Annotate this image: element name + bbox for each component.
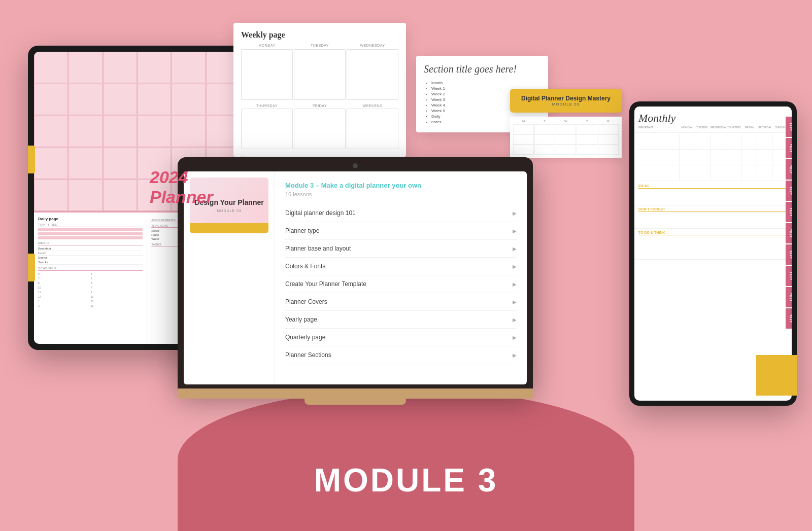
- side-tab: TEXT: [786, 138, 792, 158]
- lesson-arrow: ▶: [513, 299, 517, 305]
- laptop-stand: [304, 399, 406, 405]
- cal-header: M T W T F: [513, 120, 619, 123]
- schedule-row: 6: [91, 281, 143, 285]
- side-tab: TEXT: [786, 223, 792, 243]
- lesson-item-3[interactable]: Planner base and layout ▶: [285, 240, 517, 258]
- weekly-cell: [294, 49, 346, 100]
- module-label: MODULE 3: [314, 462, 498, 499]
- lesson-item-8[interactable]: Quarterly page ▶: [285, 329, 517, 346]
- laptop-camera: [353, 163, 358, 168]
- section-card-title: Section title goes here!: [424, 63, 540, 75]
- cal-row: [513, 124, 619, 134]
- grid-cell: [34, 148, 68, 179]
- schedule-row: 8: [38, 281, 90, 285]
- monthly-title: Monthly: [638, 112, 788, 125]
- mastery-module: MODULE 03: [518, 102, 614, 107]
- pink-bar: [38, 236, 143, 239]
- weekly-col-friday: FRIDAY: [294, 104, 346, 108]
- lesson-label: Planner base and layout: [285, 245, 351, 252]
- lesson-label: Planner type: [285, 227, 319, 234]
- dont-forget-content: [638, 214, 788, 226]
- side-tab: TEXT: [786, 287, 792, 307]
- grid-cell: [103, 52, 137, 83]
- weekly-grid-bottom-header: THURSDAY FRIDAY WEEKEND: [241, 104, 398, 108]
- monthly-cell: [741, 150, 757, 165]
- ideas-label: IDEAS: [638, 184, 788, 189]
- schedule-grid: 64 75 86 107 118 1210 111 211: [38, 272, 143, 308]
- cal-col-w: W: [556, 120, 577, 123]
- monthly-cell: [726, 150, 741, 165]
- grid-cell: [69, 180, 103, 211]
- weekly-col-weekend: WEEKEND: [347, 104, 398, 108]
- monthly-cell: [679, 150, 695, 165]
- lesson-item-6[interactable]: Planner Covers ▶: [285, 293, 517, 311]
- lesson-label: Planner Sections: [285, 351, 331, 359]
- lesson-item-4[interactable]: Colors & Fonts ▶: [285, 258, 517, 275]
- grid-cell: [34, 52, 68, 83]
- side-tab: TEXT: [786, 117, 792, 137]
- weekly-cell: [294, 109, 346, 149]
- monthly-cell: [695, 150, 710, 165]
- mastery-title: Digital Planner Design Mastery: [518, 95, 614, 102]
- monthly-col-wed: WEDNESDAY: [710, 126, 726, 129]
- grid-cell: [138, 52, 172, 83]
- monthly-col-thu: THURSDAY: [727, 126, 741, 129]
- weekly-cell: [347, 49, 398, 100]
- cal-col-t: T: [534, 120, 555, 123]
- grid-cell: [172, 52, 206, 83]
- lesson-item-1[interactable]: Digital planner design 101 ▶: [285, 204, 517, 222]
- monthly-cell: [726, 165, 741, 181]
- grid-cell: [69, 84, 103, 115]
- schedule-row: 10: [38, 286, 90, 290]
- lesson-arrow: ▶: [513, 264, 517, 269]
- top-three-label: TOP THREE: [38, 223, 143, 227]
- lesson-item-9[interactable]: Planner Sections ▶: [285, 346, 517, 364]
- cal-cell: [556, 145, 577, 155]
- grid-cell: [69, 148, 103, 179]
- monthly-col-important: IMPORTANT: [638, 126, 679, 129]
- schedule-row: 1: [38, 299, 90, 303]
- grid-cell: [69, 52, 103, 83]
- pink-bar: [38, 228, 143, 231]
- grid-cell: [34, 180, 68, 211]
- bottom-arc: MODULE 3: [178, 389, 634, 531]
- side-tab: TEXT: [786, 159, 792, 180]
- weekly-col-monday: MONDAY: [241, 44, 293, 47]
- schedule-row: 2: [38, 304, 90, 308]
- grid-cell: [34, 116, 68, 147]
- mastery-card: Digital Planner Design Mastery MODULE 03: [510, 89, 622, 113]
- weekly-cell: [241, 109, 293, 149]
- monthly-row: [638, 134, 788, 150]
- cal-cell: [513, 134, 534, 145]
- monthly-col-sat: SATURDAY: [758, 126, 772, 129]
- yellow-accent: [756, 355, 797, 396]
- cal-col-m: M: [513, 120, 534, 123]
- cal-cell: [577, 124, 597, 134]
- grid-cell: [103, 84, 137, 115]
- laptop-screen: Design Your Planner MODULE 03 Module 3 –…: [184, 171, 527, 384]
- monthly-cell: [710, 150, 726, 165]
- lesson-label: Digital planner design 101: [285, 209, 356, 217]
- lesson-item-2[interactable]: Planner type ▶: [285, 222, 517, 240]
- schedule-label: SCHEDULE: [38, 267, 143, 271]
- lesson-item-7[interactable]: Yearly page ▶: [285, 311, 517, 329]
- weekly-page-title: Weekly page: [241, 30, 398, 40]
- monthly-cell: [757, 134, 772, 149]
- cal-col-t2: T: [577, 120, 597, 123]
- monthly-cell: [710, 165, 726, 181]
- weekly-col-tuesday: TUESDAY: [294, 44, 346, 47]
- schedule-row: 11: [38, 290, 90, 294]
- weekly-cell: [347, 109, 398, 149]
- cal-row: [513, 145, 619, 155]
- lesson-arrow: ▶: [513, 281, 517, 287]
- cal-cell: [534, 124, 555, 134]
- monthly-row: [638, 150, 788, 165]
- side-tab: TEXT: [786, 244, 792, 265]
- laptop-body: Design Your Planner MODULE 03 Module 3 –…: [178, 157, 533, 388]
- schedule-row: 4: [91, 272, 143, 276]
- yellow-tab-bottom: [28, 254, 35, 281]
- lesson-arrow: ▶: [513, 335, 517, 340]
- lesson-item-5[interactable]: Create Your Planner Template ▶: [285, 275, 517, 293]
- cal-cell: [577, 134, 597, 145]
- lesson-label: Colors & Fonts: [285, 263, 325, 270]
